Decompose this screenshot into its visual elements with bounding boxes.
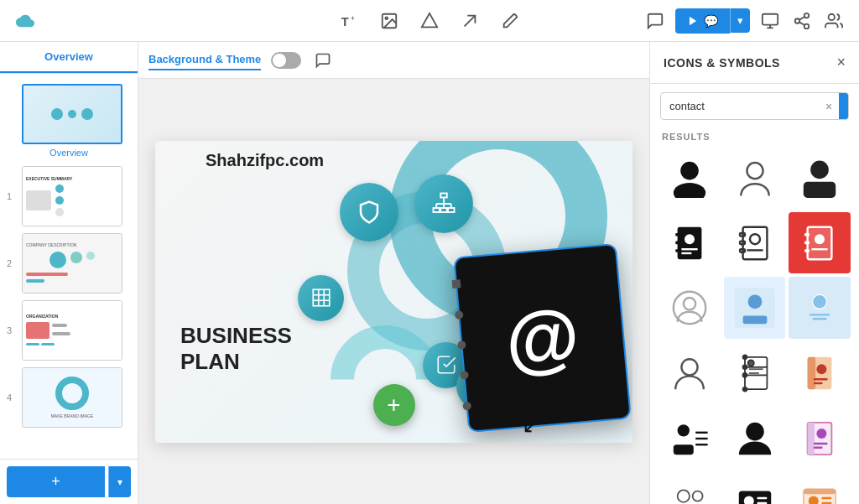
svg-point-70	[742, 355, 747, 359]
slide-item-4[interactable]: 4 MAKE BRAND IMAGE	[0, 364, 138, 431]
panel-title: ICONS & SYMBOLS	[664, 56, 780, 70]
icon-person-circle[interactable]	[659, 277, 721, 339]
toggle-switch[interactable]	[271, 52, 301, 69]
svg-point-71	[742, 365, 747, 369]
shape-tool[interactable]	[418, 9, 441, 33]
svg-point-33	[680, 162, 699, 180]
arrow-tool[interactable]	[458, 9, 482, 33]
svg-rect-54	[804, 233, 810, 236]
svg-rect-53	[812, 248, 828, 250]
slide-canvas[interactable]: Shahzifpc.com	[155, 141, 633, 443]
slides-list: Overview 1 EXECUTIVE SUMMARY	[0, 74, 138, 459]
svg-point-66	[681, 359, 697, 375]
icon-person-card-blue[interactable]	[724, 277, 786, 339]
icon-person-id-1[interactable]	[724, 472, 786, 504]
svg-line-14	[799, 16, 804, 19]
svg-line-5	[465, 15, 476, 26]
toolbar-left	[13, 9, 37, 33]
svg-point-93	[677, 491, 689, 502]
svg-rect-17	[434, 208, 440, 212]
svg-point-79	[817, 364, 827, 374]
svg-point-36	[810, 160, 829, 179]
cloud-icon[interactable]	[13, 9, 37, 33]
image-tool[interactable]	[377, 9, 401, 33]
slide-item-2[interactable]: 2 COMPANY DESCRIPTION	[0, 230, 138, 297]
svg-rect-56	[804, 249, 810, 252]
svg-rect-40	[681, 248, 697, 250]
slide-business-plan-title: BUSINESS PLAN	[180, 323, 292, 375]
svg-point-72	[742, 373, 747, 377]
svg-text:T: T	[341, 14, 349, 28]
icon-contact-book-1[interactable]	[659, 212, 721, 274]
icon-contact-book-orange[interactable]	[789, 212, 851, 274]
comment-icon[interactable]	[643, 9, 667, 33]
svg-rect-61	[742, 316, 767, 325]
add-slide-dropdown[interactable]: ▾	[108, 466, 131, 497]
svg-point-34	[674, 183, 705, 198]
svg-rect-89	[808, 422, 815, 454]
icon-person-bust-1[interactable]	[659, 147, 721, 209]
text-tool[interactable]: T+	[337, 9, 361, 33]
dragged-contact-icon[interactable]: @	[453, 242, 632, 432]
icon-person-bust-outline[interactable]	[724, 147, 786, 209]
monitor-icon[interactable]	[758, 9, 782, 33]
svg-text:+: +	[351, 14, 355, 23]
svg-point-12	[804, 23, 810, 28]
icons-grid	[650, 147, 859, 504]
svg-rect-44	[675, 249, 679, 252]
panel-close-button[interactable]: ×	[836, 54, 846, 71]
icon-person-group[interactable]	[659, 472, 721, 504]
svg-rect-42	[675, 233, 679, 236]
search-input[interactable]	[661, 94, 819, 118]
left-sidebar: Overview Overview 1	[0, 42, 138, 504]
icon-address-book-spiral[interactable]	[724, 342, 786, 404]
slide-item-overview[interactable]	[0, 81, 138, 148]
icon-person-solid-3[interactable]	[724, 408, 786, 470]
sidebar-bottom: + ▾	[0, 459, 138, 504]
tab-background-theme[interactable]: Background & Theme	[148, 49, 261, 70]
present-button[interactable]: 💬	[675, 8, 730, 34]
svg-rect-83	[674, 444, 694, 455]
watermark-text: Shahzifpc.com	[206, 151, 324, 170]
add-slide-button[interactable]: +	[7, 466, 105, 497]
svg-point-10	[804, 13, 810, 18]
svg-point-94	[692, 491, 702, 501]
present-dropdown-arrow[interactable]: ▾	[730, 8, 750, 33]
icon-contact-book-outline[interactable]	[724, 212, 786, 274]
svg-rect-7	[763, 13, 778, 24]
circle-building	[298, 275, 344, 321]
results-label: RESULTS	[650, 128, 859, 147]
icon-person-list[interactable]	[659, 408, 721, 470]
svg-point-46	[750, 234, 760, 244]
svg-point-74	[747, 360, 753, 366]
slide-item-3[interactable]: 3 ORGANIZATION	[0, 297, 138, 364]
icon-person-id-colored[interactable]	[789, 472, 851, 504]
canvas-slide-wrapper[interactable]: Shahzifpc.com	[138, 79, 649, 504]
slide-content: Shahzifpc.com	[155, 141, 633, 443]
slide-item-1[interactable]: 1 EXECUTIVE SUMMARY	[0, 163, 138, 230]
icon-person-bust-dark[interactable]	[789, 147, 851, 209]
svg-rect-97	[757, 497, 767, 499]
svg-point-63	[813, 295, 827, 309]
svg-rect-105	[804, 489, 836, 494]
icon-person-outline-2[interactable]	[659, 342, 721, 404]
svg-point-11	[795, 18, 800, 23]
share-icon[interactable]	[790, 9, 814, 33]
chat-icon[interactable]	[311, 49, 335, 72]
svg-point-15	[829, 13, 835, 19]
svg-rect-43	[675, 241, 679, 244]
users-icon[interactable]	[822, 9, 846, 33]
svg-rect-37	[804, 182, 836, 198]
icon-address-book-colored[interactable]	[789, 342, 851, 404]
svg-marker-6	[690, 16, 696, 25]
pen-tool[interactable]	[498, 9, 522, 33]
search-button[interactable]	[839, 93, 849, 119]
svg-rect-19	[448, 208, 455, 212]
canvas-area: Background & Theme Shahzifpc.com	[138, 42, 649, 504]
icon-person-card-blue2[interactable]	[789, 277, 851, 339]
plus-fab-button[interactable]: +	[373, 384, 415, 426]
icon-address-book-light[interactable]	[789, 408, 851, 470]
svg-point-60	[747, 295, 762, 309]
sidebar-tab-overview[interactable]: Overview	[0, 42, 138, 73]
search-clear-button[interactable]: ×	[819, 95, 839, 118]
